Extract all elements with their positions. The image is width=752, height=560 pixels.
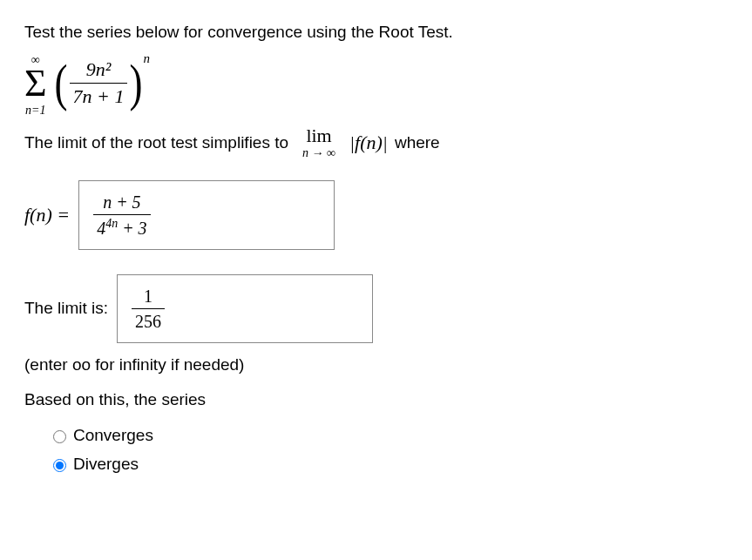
diverges-option[interactable]: Diverges bbox=[49, 453, 728, 476]
fn-row: f(n) = n + 5 44n + 3 bbox=[24, 180, 728, 250]
limit-row: The limit is: 1 256 bbox=[24, 274, 728, 343]
fn-label: f(n) = bbox=[24, 202, 70, 229]
paren-group: ( 9n² 7n + 1 ) n bbox=[52, 57, 150, 111]
right-paren: ) bbox=[130, 64, 143, 103]
converges-label: Converges bbox=[73, 424, 153, 448]
limit-den: 256 bbox=[132, 308, 165, 334]
series-fraction: 9n² 7n + 1 bbox=[70, 57, 128, 111]
based-on-text: Based on this, the series bbox=[24, 388, 728, 412]
limit-is-label: The limit is: bbox=[24, 297, 108, 320]
limit-operator: lim n → ∞ bbox=[302, 126, 335, 159]
fn-answer-fraction: n + 5 44n + 3 bbox=[93, 190, 151, 240]
left-paren: ( bbox=[54, 64, 67, 103]
series-exponent: n bbox=[143, 50, 150, 68]
fn-answer-input[interactable]: n + 5 44n + 3 bbox=[78, 180, 335, 250]
lim-label: lim bbox=[306, 126, 331, 145]
infinity-hint: (enter oo for infinity if needed) bbox=[24, 354, 728, 377]
series-numerator: 9n² bbox=[83, 57, 115, 84]
fn-num: n + 5 bbox=[99, 190, 145, 214]
limit-answer-fraction: 1 256 bbox=[132, 284, 165, 334]
sum-upper: ∞ bbox=[31, 54, 40, 66]
fn-den: 44n + 3 bbox=[93, 214, 151, 240]
limit-description: The limit of the root test simplifies to… bbox=[24, 126, 728, 159]
limit-num: 1 bbox=[140, 284, 156, 308]
limit-post-text: where bbox=[395, 132, 440, 155]
lim-under: n → ∞ bbox=[302, 147, 335, 159]
limit-pre-text: The limit of the root test simplifies to bbox=[24, 132, 288, 155]
converges-radio[interactable] bbox=[53, 430, 66, 443]
convergence-radio-group: Converges Diverges bbox=[49, 424, 728, 476]
sigma-symbol: Σ ∞ n=1 bbox=[24, 64, 47, 103]
lim-function: |f(n)| bbox=[349, 130, 388, 157]
limit-answer-input[interactable]: 1 256 bbox=[117, 274, 373, 343]
converges-option[interactable]: Converges bbox=[49, 424, 728, 448]
prompt-text: Test the series below for convergence us… bbox=[24, 21, 728, 44]
series-denominator: 7n + 1 bbox=[70, 83, 128, 111]
series-expression: Σ ∞ n=1 ( 9n² 7n + 1 ) n bbox=[24, 57, 728, 111]
diverges-radio[interactable] bbox=[53, 459, 66, 472]
sum-lower: n=1 bbox=[25, 105, 45, 117]
diverges-label: Diverges bbox=[73, 453, 139, 476]
